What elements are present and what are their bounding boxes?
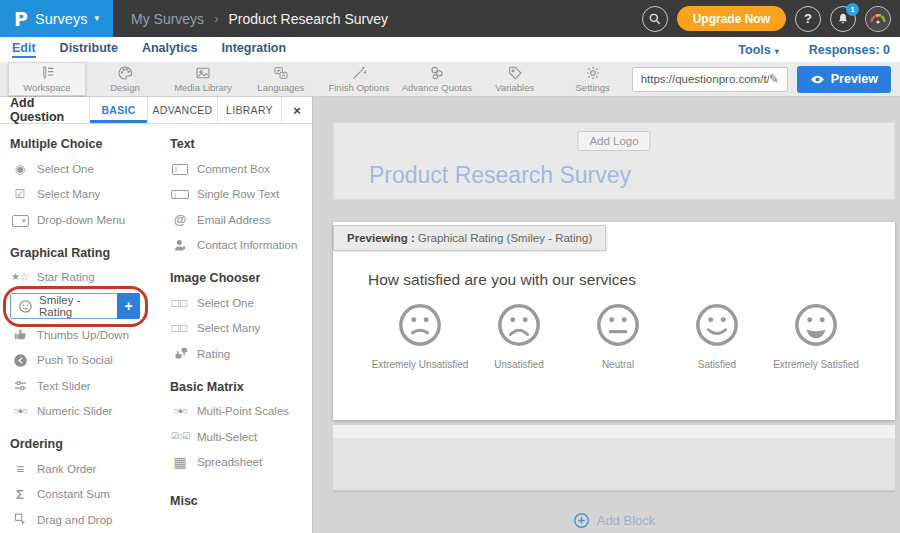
add-block-button[interactable]: Add Block: [333, 512, 895, 529]
toolbar-finish-options[interactable]: Finish Options: [320, 62, 398, 96]
very-happy-face-icon: [793, 302, 839, 348]
stars-icon: ★☆: [10, 272, 30, 282]
smiley-rating-scale: Extremely Unsatisfied Unsatisfied Neutra…: [333, 289, 895, 370]
search-icon: [648, 12, 662, 26]
smiley-option-satisfied[interactable]: Satisfied: [668, 302, 766, 370]
toolbar-variables[interactable]: Variables: [476, 62, 554, 96]
qtype-select-many[interactable]: ☑ Select Many: [10, 182, 170, 208]
tab-basic[interactable]: BASIC: [90, 97, 148, 123]
tab-edit[interactable]: Edit: [12, 41, 36, 58]
survey-nav-bar: Edit Distribute Analytics Integration To…: [0, 37, 900, 62]
survey-url-input[interactable]: [641, 73, 769, 85]
translate-icon: A: [273, 65, 289, 81]
gear-icon: [585, 65, 601, 81]
qtype-multi-point-scales[interactable]: ○●○ Multi-Point Scales: [170, 399, 312, 425]
toolbar-design[interactable]: Design: [86, 62, 164, 96]
qtype-comment-box[interactable]: I Comment Box: [170, 156, 312, 182]
qtype-thumbs-up-down[interactable]: Thumbs Up/Down: [10, 322, 170, 348]
close-panel-button[interactable]: ×: [282, 97, 312, 123]
chain-links-icon: [429, 65, 445, 81]
smiley-option-extremely-satisfied[interactable]: Extremely Satisfied: [767, 302, 865, 370]
qtype-constant-sum[interactable]: Σ Constant Sum: [10, 482, 170, 508]
qtype-multi-select[interactable]: ☑○☑ Multi-Select: [170, 424, 312, 450]
qtype-select-one[interactable]: ◉ Select One: [10, 156, 170, 182]
qtype-smiley-rating[interactable]: Smiley - Rating +: [10, 293, 140, 319]
top-bar: P Surveys ▾ My Surveys › Product Researc…: [0, 0, 900, 37]
editor-toolbar: Workspace Design Media Library A Languag…: [0, 62, 900, 97]
qtype-spreadsheet[interactable]: ▦ Spreadsheet: [170, 450, 312, 476]
add-smiley-question-button[interactable]: +: [117, 293, 140, 319]
numeric-slider-icon: ○●○: [10, 407, 30, 416]
edit-url-pencil-icon[interactable]: ✎: [769, 72, 779, 86]
sad-face-icon: [496, 302, 542, 348]
qtype-push-to-social[interactable]: Push To Social: [10, 348, 170, 374]
surveys-product-menu[interactable]: P Surveys ▾: [0, 0, 113, 37]
tab-advanced[interactable]: ADVANCED: [148, 97, 218, 123]
tab-library[interactable]: LIBRARY: [218, 97, 282, 123]
qtype-rank-order[interactable]: ≡ Rank Order: [10, 456, 170, 482]
toolbar-advance-quotas[interactable]: Advance Quotas: [398, 62, 476, 96]
user-avatar[interactable]: [865, 6, 891, 32]
multi-select-icon: ☑○☑: [170, 432, 190, 441]
qtype-image-select-many[interactable]: □□ Select Many: [170, 316, 312, 342]
toolbar-settings[interactable]: Settings: [554, 62, 632, 96]
survey-title[interactable]: Product Research Survey: [369, 162, 631, 189]
neutral-face-icon: [595, 302, 641, 348]
image-icon: [195, 65, 211, 81]
qtype-text-slider[interactable]: Text Slider: [10, 373, 170, 399]
image-pair-icon: □□: [170, 297, 190, 309]
smiley-option-neutral[interactable]: Neutral: [569, 302, 667, 370]
tools-dropdown[interactable]: Tools▾: [738, 43, 778, 57]
rank-order-icon: ≡: [10, 462, 30, 476]
qtype-single-row-text[interactable]: I Single Row Text: [170, 182, 312, 208]
sigma-icon: Σ: [10, 488, 30, 501]
content-area: Add Question BASIC ADVANCED LIBRARY × Mu…: [0, 97, 900, 533]
empty-block-header-strip: [333, 425, 895, 438]
plus-circle-icon: [573, 512, 590, 529]
qtype-contact-information[interactable]: Contact Information: [170, 233, 312, 259]
question-preview-card: Previewing :Graphical Rating (Smiley - R…: [333, 222, 895, 420]
responses-count[interactable]: Responses: 0: [809, 43, 890, 57]
radio-icon: ◉: [10, 163, 30, 175]
breadcrumb-current-survey: Product Research Survey: [228, 11, 388, 27]
nav-right: Tools▾ Responses: 0: [738, 43, 890, 57]
thumb-up-icon: [13, 327, 28, 342]
previewing-label: Previewing :Graphical Rating (Smiley - R…: [333, 225, 606, 251]
qtype-star-rating[interactable]: ★☆ Star Rating: [10, 265, 170, 291]
qtype-numeric-slider[interactable]: ○●○ Numeric Slider: [10, 399, 170, 425]
question-type-lists: Multiple Choice ◉ Select One ☑ Select Ma…: [0, 124, 312, 533]
toolbar-languages[interactable]: A Languages: [242, 62, 320, 96]
breadcrumb-my-surveys[interactable]: My Surveys: [131, 11, 204, 27]
tab-analytics[interactable]: Analytics: [142, 41, 198, 58]
section-graphical-rating: Graphical Rating: [10, 246, 170, 260]
section-text: Text: [170, 137, 312, 151]
question-mark-icon: ?: [804, 11, 812, 26]
qtype-image-rating[interactable]: Rating: [170, 341, 312, 367]
smiley-option-unsatisfied[interactable]: Unsatisfied: [470, 302, 568, 370]
qtype-drag-and-drop[interactable]: Drag and Drop: [10, 507, 170, 533]
tab-integration[interactable]: Integration: [222, 41, 287, 58]
questionpro-logo-icon: P: [14, 8, 28, 30]
toolbar-workspace[interactable]: Workspace: [8, 62, 86, 96]
qtype-email-address[interactable]: @ Email Address: [170, 207, 312, 233]
thumbs-rating-icon: [173, 346, 188, 361]
question-column-left: Multiple Choice ◉ Select One ☑ Select Ma…: [10, 124, 170, 533]
single-row-text-icon: I: [171, 190, 189, 199]
sliders-icon: [13, 378, 28, 393]
upgrade-now-button[interactable]: Upgrade Now: [677, 6, 786, 31]
nav-tabs: Edit Distribute Analytics Integration: [12, 41, 286, 58]
toolbar-media-library[interactable]: Media Library: [164, 62, 242, 96]
preview-button[interactable]: Preview: [797, 66, 891, 93]
notification-count-badge: 1: [846, 3, 859, 16]
search-button[interactable]: [642, 6, 668, 32]
qtype-dropdown-menu[interactable]: ▾ Drop-down Menu: [10, 207, 170, 233]
help-button[interactable]: ?: [795, 6, 821, 32]
notifications-button[interactable]: 1: [830, 6, 856, 32]
eye-icon: [810, 72, 825, 87]
happy-face-icon: [694, 302, 740, 348]
very-sad-face-icon: [397, 302, 443, 348]
qtype-image-select-one[interactable]: □□ Select One: [170, 290, 312, 316]
tab-distribute[interactable]: Distribute: [60, 41, 118, 58]
add-logo-button[interactable]: Add Logo: [577, 131, 650, 151]
smiley-option-extremely-unsatisfied[interactable]: Extremely Unsatisfied: [371, 302, 469, 370]
